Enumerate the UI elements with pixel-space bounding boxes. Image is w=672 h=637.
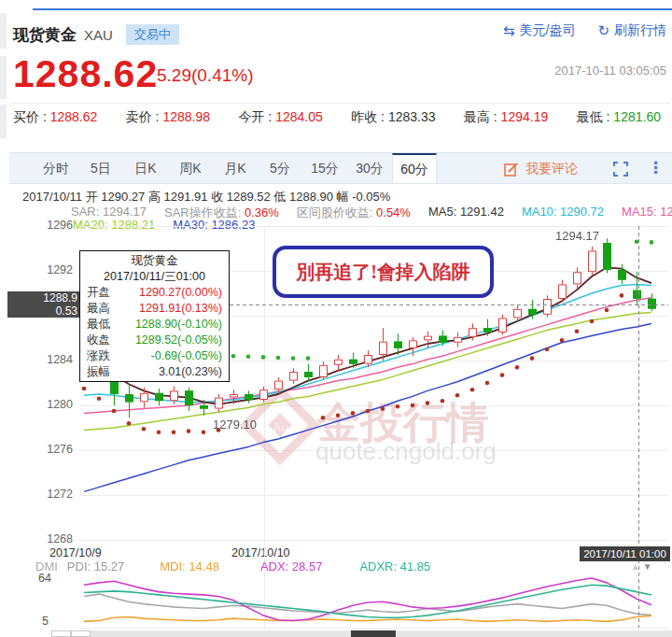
comment-button[interactable]: 我要评论	[504, 153, 578, 185]
quote-item-最低: 最低 : 1281.60	[577, 109, 661, 126]
left-edge-strip	[0, 105, 7, 138]
dmi-value-ADXR: ADXR: 41.85	[359, 559, 430, 573]
tooltip-row-收盘: 收盘1289.52(-0.05%)	[87, 333, 222, 348]
crosshair-percent: 0.53	[7, 304, 77, 318]
indicator-nav-arrows[interactable]: ▲ ▼	[631, 561, 652, 572]
low-price-label: 1279.10	[213, 418, 257, 432]
tab-60分[interactable]: 60分	[392, 153, 437, 183]
tooltip-title: 现货黄金	[87, 253, 222, 269]
trading-status-badge: 交易中	[126, 24, 179, 45]
tooltip-date: 2017/10/11/三01:00	[87, 269, 222, 285]
price-change: 5.29(0.41%)	[157, 65, 254, 86]
left-edge-strip	[0, 13, 7, 49]
quote-item-买价: 买价 : 1288.62	[13, 109, 97, 126]
indicator-区间股价收益: 区间股价收益: 0.54%	[297, 205, 411, 221]
header-actions: ⇆ 美元/盎司 ↻ 刷新行情	[481, 22, 666, 39]
tab-30分[interactable]: 30分	[347, 153, 392, 184]
fullscreen-icon	[613, 162, 628, 177]
dmi-value-ADX: ADX: 28.57	[260, 559, 323, 573]
crosshair-price: 1288.9	[7, 291, 77, 304]
quote-item-卖价: 卖价 : 1288.98	[126, 109, 210, 126]
fullscreen-button[interactable]	[613, 162, 628, 180]
arrow-up-icon: ▲	[631, 561, 640, 572]
indicator-MA15: MA15: 1289.46	[622, 205, 672, 221]
currency-unit-button[interactable]: 美元/盎司	[520, 22, 576, 39]
indicator-MA5: MA5: 1291.42	[428, 205, 504, 221]
dmi-value-PDI: PDI: 15.27	[67, 559, 124, 573]
quote-item-昨收: 昨收 : 1283.33	[351, 109, 435, 126]
tooltip-row-开盘: 开盘1290.27(0.00%)	[87, 285, 222, 301]
tab-月K[interactable]: 月K	[213, 153, 258, 184]
tab-分时[interactable]: 分时	[34, 153, 78, 184]
swap-currency-icon: ⇆	[503, 22, 515, 39]
peak-price-label: 1294.17	[555, 229, 599, 243]
left-edge-strip	[0, 56, 7, 99]
page-title: 现货黄金	[13, 24, 77, 46]
tooltip-row-涨跌: 涨跌-0.69(-0.05%)	[87, 348, 222, 364]
tab-5分[interactable]: 5分	[258, 153, 302, 184]
dmi-row: DMI PDI: 15.27MDI: 14.48ADX: 28.57ADXR: …	[35, 559, 430, 573]
comment-label: 我要评论	[525, 161, 578, 177]
refresh-icon: ↻	[597, 22, 609, 39]
tab-日K[interactable]: 日K	[123, 153, 168, 184]
dmi-indicator-name: DMI	[35, 559, 58, 573]
candle-tooltip: 现货黄金 2017/10/11/三01:00 开盘1290.27(0.00%)最…	[79, 250, 230, 382]
edit-pencil-icon	[504, 162, 519, 177]
top-border-line	[33, 8, 672, 10]
refresh-quotes-button[interactable]: 刷新行情	[614, 22, 666, 39]
divider	[9, 103, 670, 104]
tab-周K[interactable]: 周K	[168, 153, 213, 184]
dmi-value-MDI: MDI: 14.48	[160, 559, 219, 573]
tab-15分[interactable]: 15分	[302, 153, 347, 184]
tooltip-rows: 开盘1290.27(0.00%)最高1291.91(0.13%)最低1288.9…	[87, 285, 222, 380]
tab-list: 分时5日日K周K月K5分15分30分60分	[34, 153, 437, 185]
crosshair-time-badge: 2017/10/11 01:00	[580, 546, 670, 561]
quote-item-今开: 今开 : 1284.05	[238, 109, 322, 126]
tab-5日[interactable]: 5日	[78, 153, 123, 184]
tooltip-row-振幅: 振幅3.01(0.23%)	[87, 364, 222, 380]
quote-row: 买价 : 1288.62卖价 : 1288.98今开 : 1284.05昨收 :…	[13, 109, 661, 126]
current-price: 1288.62	[13, 52, 158, 96]
crosshair-price-badge: 1288.9 0.53	[7, 291, 79, 318]
annotation-text: 別再追了!會掉入陷阱	[296, 260, 470, 285]
arrow-down-icon: ▼	[643, 561, 652, 572]
symbol-code: XAU	[84, 27, 113, 43]
tooltip-row-最低: 最低1288.90(-0.10%)	[87, 317, 222, 333]
tooltip-row-最高: 最高1291.91(0.13%)	[87, 301, 222, 317]
warning-annotation: 別再追了!會掉入陷阱	[273, 246, 494, 298]
ohlc-info-line: 2017/10/11 开 1290.27 高 1291.91 收 1289.52…	[22, 189, 390, 205]
quote-timestamp: 2017-10-11 03:05:05	[554, 64, 666, 78]
quote-item-最高: 最高 : 1294.19	[464, 109, 548, 126]
chart-scrollbar-handle[interactable]	[351, 630, 396, 637]
chart-tabbar: 分时5日日K周K月K5分15分30分60分 我要评论 ⋮	[9, 152, 672, 184]
header: 现货黄金 XAU 交易中	[13, 22, 179, 47]
more-options-button[interactable]: ⋮	[648, 158, 664, 177]
indicator-MA10: MA10: 1290.72	[522, 205, 604, 221]
